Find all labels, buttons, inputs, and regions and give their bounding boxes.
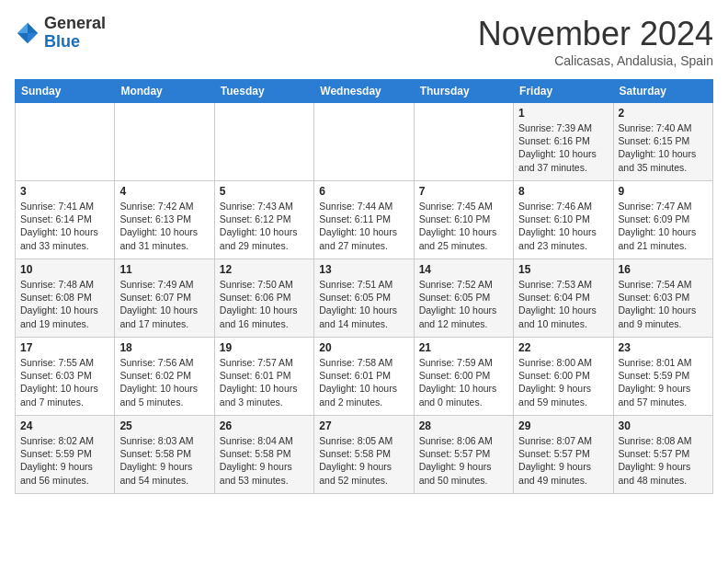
day-number: 11 — [119, 263, 209, 276]
day-number: 29 — [518, 419, 608, 432]
calendar-cell: 13Sunrise: 7:51 AM Sunset: 6:05 PM Dayli… — [314, 259, 414, 338]
day-number: 20 — [319, 341, 408, 354]
calendar-cell: 4Sunrise: 7:42 AM Sunset: 6:13 PM Daylig… — [115, 181, 214, 259]
logo-blue-text: Blue — [44, 32, 80, 51]
calendar-cell: 26Sunrise: 8:04 AM Sunset: 5:58 PM Dayli… — [214, 416, 313, 494]
day-info: Sunrise: 7:43 AM Sunset: 6:12 PM Dayligh… — [220, 200, 309, 252]
day-number: 10 — [20, 263, 109, 276]
calendar-row: 3Sunrise: 7:41 AM Sunset: 6:14 PM Daylig… — [16, 181, 713, 259]
calendar-cell: 8Sunrise: 7:46 AM Sunset: 6:10 PM Daylig… — [514, 181, 613, 259]
day-number: 14 — [419, 263, 508, 276]
day-number: 9 — [619, 185, 708, 198]
month-title: November 2024 — [478, 15, 713, 53]
day-number: 8 — [518, 185, 608, 198]
day-number: 12 — [220, 263, 309, 276]
calendar-cell: 9Sunrise: 7:47 AM Sunset: 6:09 PM Daylig… — [613, 181, 712, 259]
day-number: 22 — [518, 341, 608, 354]
day-info: Sunrise: 8:08 AM Sunset: 5:57 PM Dayligh… — [619, 434, 708, 487]
logo-general-text: General — [44, 14, 106, 32]
calendar-cell: 16Sunrise: 7:54 AM Sunset: 6:03 PM Dayli… — [613, 259, 712, 338]
day-info: Sunrise: 8:00 AM Sunset: 6:00 PM Dayligh… — [518, 356, 608, 408]
calendar-row: 17Sunrise: 7:55 AM Sunset: 6:03 PM Dayli… — [16, 338, 713, 416]
column-header-thursday: Thursday — [414, 80, 513, 103]
day-info: Sunrise: 7:47 AM Sunset: 6:09 PM Dayligh… — [619, 200, 708, 252]
svg-marker-2 — [17, 33, 28, 43]
title-block: November 2024 Calicasas, Andalusia, Spai… — [478, 15, 713, 68]
day-number: 27 — [319, 419, 408, 432]
logo-icon — [15, 20, 40, 46]
calendar-row: 24Sunrise: 8:02 AM Sunset: 5:59 PM Dayli… — [16, 416, 713, 494]
day-number: 5 — [220, 185, 309, 198]
logo: General Blue — [15, 15, 106, 52]
day-info: Sunrise: 7:50 AM Sunset: 6:06 PM Dayligh… — [220, 278, 309, 330]
day-number: 16 — [619, 263, 708, 276]
day-number: 13 — [319, 263, 408, 276]
day-number: 15 — [518, 263, 608, 276]
calendar-cell: 12Sunrise: 7:50 AM Sunset: 6:06 PM Dayli… — [214, 259, 313, 338]
calendar-table: SundayMondayTuesdayWednesdayThursdayFrid… — [15, 79, 713, 494]
day-number: 28 — [419, 419, 508, 432]
calendar-cell: 23Sunrise: 8:01 AM Sunset: 5:59 PM Dayli… — [613, 338, 712, 416]
day-info: Sunrise: 7:53 AM Sunset: 6:04 PM Dayligh… — [518, 278, 608, 330]
calendar-cell: 27Sunrise: 8:05 AM Sunset: 5:58 PM Dayli… — [314, 416, 414, 494]
header-row: SundayMondayTuesdayWednesdayThursdayFrid… — [16, 80, 713, 103]
calendar-cell: 18Sunrise: 7:56 AM Sunset: 6:02 PM Dayli… — [115, 338, 214, 416]
day-info: Sunrise: 7:49 AM Sunset: 6:07 PM Dayligh… — [119, 278, 209, 330]
column-header-monday: Monday — [115, 80, 214, 103]
calendar-cell: 14Sunrise: 7:52 AM Sunset: 6:05 PM Dayli… — [414, 259, 513, 338]
day-info: Sunrise: 7:56 AM Sunset: 6:02 PM Dayligh… — [119, 356, 209, 408]
day-number: 2 — [619, 107, 708, 120]
day-info: Sunrise: 7:46 AM Sunset: 6:10 PM Dayligh… — [518, 200, 608, 252]
day-info: Sunrise: 8:03 AM Sunset: 5:58 PM Dayligh… — [119, 434, 209, 487]
day-info: Sunrise: 8:05 AM Sunset: 5:58 PM Dayligh… — [319, 434, 408, 487]
column-header-tuesday: Tuesday — [214, 80, 313, 103]
calendar-cell: 7Sunrise: 7:45 AM Sunset: 6:10 PM Daylig… — [414, 181, 513, 259]
calendar-cell — [414, 103, 513, 181]
column-header-friday: Friday — [514, 80, 613, 103]
day-number: 25 — [119, 419, 209, 432]
column-header-saturday: Saturday — [613, 80, 712, 103]
calendar-cell — [314, 103, 414, 181]
column-header-wednesday: Wednesday — [314, 80, 414, 103]
day-number: 21 — [419, 341, 508, 354]
calendar-row: 1Sunrise: 7:39 AM Sunset: 6:16 PM Daylig… — [16, 103, 713, 181]
day-info: Sunrise: 8:02 AM Sunset: 5:59 PM Dayligh… — [20, 434, 109, 487]
calendar-cell: 11Sunrise: 7:49 AM Sunset: 6:07 PM Dayli… — [115, 259, 214, 338]
calendar-cell: 28Sunrise: 8:06 AM Sunset: 5:57 PM Dayli… — [414, 416, 513, 494]
page-header: General Blue November 2024 Calicasas, An… — [15, 15, 713, 68]
calendar-header: SundayMondayTuesdayWednesdayThursdayFrid… — [16, 80, 713, 103]
calendar-cell: 3Sunrise: 7:41 AM Sunset: 6:14 PM Daylig… — [16, 181, 115, 259]
location-text: Calicasas, Andalusia, Spain — [478, 53, 713, 68]
day-info: Sunrise: 8:06 AM Sunset: 5:57 PM Dayligh… — [419, 434, 508, 487]
day-info: Sunrise: 8:04 AM Sunset: 5:58 PM Dayligh… — [220, 434, 309, 487]
calendar-cell: 24Sunrise: 8:02 AM Sunset: 5:59 PM Dayli… — [16, 416, 115, 494]
day-info: Sunrise: 7:48 AM Sunset: 6:08 PM Dayligh… — [20, 278, 109, 330]
calendar-cell — [16, 103, 115, 181]
day-info: Sunrise: 7:59 AM Sunset: 6:00 PM Dayligh… — [419, 356, 508, 408]
day-info: Sunrise: 8:01 AM Sunset: 5:59 PM Dayligh… — [619, 356, 708, 408]
day-info: Sunrise: 7:44 AM Sunset: 6:11 PM Dayligh… — [319, 200, 408, 252]
day-info: Sunrise: 7:39 AM Sunset: 6:16 PM Dayligh… — [518, 121, 608, 174]
day-number: 6 — [319, 185, 408, 198]
day-number: 19 — [220, 341, 309, 354]
day-number: 30 — [619, 419, 708, 432]
day-number: 24 — [20, 419, 109, 432]
day-info: Sunrise: 7:40 AM Sunset: 6:15 PM Dayligh… — [619, 121, 708, 174]
day-number: 17 — [20, 341, 109, 354]
calendar-cell: 17Sunrise: 7:55 AM Sunset: 6:03 PM Dayli… — [16, 338, 115, 416]
svg-marker-0 — [28, 23, 38, 33]
calendar-cell: 22Sunrise: 8:00 AM Sunset: 6:00 PM Dayli… — [514, 338, 613, 416]
day-info: Sunrise: 7:51 AM Sunset: 6:05 PM Dayligh… — [319, 278, 408, 330]
day-number: 7 — [419, 185, 508, 198]
calendar-cell: 2Sunrise: 7:40 AM Sunset: 6:15 PM Daylig… — [613, 103, 712, 181]
svg-marker-1 — [17, 23, 28, 33]
day-number: 23 — [619, 341, 708, 354]
calendar-row: 10Sunrise: 7:48 AM Sunset: 6:08 PM Dayli… — [16, 259, 713, 338]
calendar-cell: 21Sunrise: 7:59 AM Sunset: 6:00 PM Dayli… — [414, 338, 513, 416]
day-number: 26 — [220, 419, 309, 432]
calendar-cell: 6Sunrise: 7:44 AM Sunset: 6:11 PM Daylig… — [314, 181, 414, 259]
calendar-cell: 15Sunrise: 7:53 AM Sunset: 6:04 PM Dayli… — [514, 259, 613, 338]
day-info: Sunrise: 7:42 AM Sunset: 6:13 PM Dayligh… — [119, 200, 209, 252]
day-info: Sunrise: 7:57 AM Sunset: 6:01 PM Dayligh… — [220, 356, 309, 408]
day-info: Sunrise: 8:07 AM Sunset: 5:57 PM Dayligh… — [518, 434, 608, 487]
